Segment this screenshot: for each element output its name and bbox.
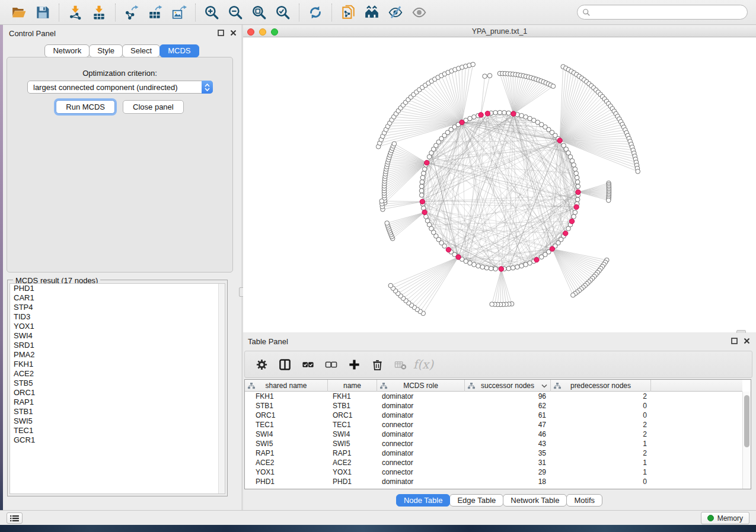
table-row[interactable]: TEC1TEC1connector472 [245, 420, 742, 430]
task-history-button[interactable] [7, 512, 23, 524]
toolbar-separator [299, 4, 299, 21]
memory-status-dot [707, 515, 714, 521]
result-node-item[interactable]: STB5 [10, 379, 225, 388]
close-panel-icon[interactable] [744, 338, 750, 344]
tab-select[interactable]: Select [122, 44, 160, 57]
table-cell: 31 [465, 458, 551, 467]
export-table-icon[interactable] [146, 4, 164, 21]
result-node-item[interactable]: SRD1 [10, 341, 225, 350]
result-node-item[interactable]: FKH1 [10, 360, 225, 369]
optimization-criterion-dropdown[interactable]: largest connected component (undirected) [27, 81, 213, 94]
table-cell: YOX1 [328, 467, 377, 477]
table-row[interactable]: RAP1RAP1dominator352 [245, 448, 742, 458]
float-panel-icon[interactable] [731, 338, 738, 344]
result-node-item[interactable]: STP4 [10, 303, 225, 312]
zoom-in-icon[interactable] [203, 4, 221, 21]
table-cell: RAP1 [245, 448, 328, 458]
hide-selected-icon[interactable] [387, 4, 404, 21]
result-node-item[interactable]: SWI5 [10, 416, 225, 426]
table-row[interactable]: SWI4SWI4dominator462 [245, 430, 742, 439]
result-node-item[interactable]: PHD1 [10, 284, 225, 293]
result-node-item[interactable]: CAR1 [10, 293, 225, 303]
memory-button[interactable]: Memory [701, 512, 749, 524]
result-list-scrollbar[interactable] [218, 284, 225, 493]
window-close-icon[interactable] [247, 28, 254, 36]
network-window-titlebar[interactable]: YPA_prune.txt_1 [243, 26, 756, 37]
table-panel: Table Panel [243, 333, 756, 510]
toolbar-separator [331, 4, 332, 21]
tab-edge-table[interactable]: Edge Table [449, 494, 503, 507]
table-cell: 1 [551, 467, 651, 477]
select-all-icon[interactable] [301, 357, 315, 371]
tab-network-table[interactable]: Network Table [503, 494, 567, 507]
delete-table-icon[interactable] [393, 357, 407, 371]
tab-style[interactable]: Style [89, 44, 123, 57]
close-panel-icon[interactable] [230, 30, 237, 36]
result-node-item[interactable]: TID3 [10, 312, 225, 322]
table-row[interactable]: STB1STB1dominator620 [245, 401, 742, 411]
zoom-fit-icon[interactable] [250, 4, 268, 21]
column-header-predecessor-nodes[interactable]: predecessor nodes [551, 380, 651, 392]
result-node-item[interactable]: ACE2 [10, 369, 225, 379]
toolbar-separator [115, 4, 116, 21]
result-node-item[interactable]: RAP1 [10, 398, 225, 407]
search-input[interactable] [591, 7, 747, 18]
import-table-icon[interactable] [90, 4, 108, 21]
table-row[interactable]: PHD1PHD1dominator180 [245, 477, 742, 486]
deselect-all-icon[interactable] [324, 357, 338, 371]
import-network-icon[interactable] [66, 4, 84, 21]
columns-icon[interactable] [277, 357, 292, 371]
table-scrollbar-thumb[interactable] [744, 395, 749, 447]
result-node-item[interactable]: TEC1 [10, 426, 225, 435]
table-cell: SWI5 [328, 439, 377, 448]
zoom-out-icon[interactable] [227, 4, 244, 21]
table-cell: dominator [377, 401, 465, 411]
float-panel-icon[interactable] [218, 30, 224, 36]
result-node-item[interactable]: YOX1 [10, 322, 225, 331]
add-column-icon[interactable] [347, 357, 361, 371]
tab-network[interactable]: Network [44, 44, 90, 57]
gear-icon[interactable] [254, 357, 269, 371]
table-row[interactable]: SWI5SWI5connector431 [245, 439, 742, 448]
open-folder-icon[interactable] [10, 4, 28, 21]
column-header-shared-name[interactable]: shared name [245, 380, 328, 392]
refresh-layout-icon[interactable] [307, 4, 324, 21]
function-builder-icon[interactable]: f(x) [416, 357, 430, 371]
zoom-selected-icon[interactable] [274, 4, 292, 21]
table-cell: 1 [551, 458, 651, 467]
result-node-item[interactable]: SWI4 [10, 331, 225, 341]
tab-node-table[interactable]: Node Table [396, 494, 451, 507]
tab-motifs[interactable]: Motifs [566, 494, 602, 507]
table-row[interactable]: FKH1FKH1dominator962 [245, 392, 742, 401]
show-all-icon[interactable] [410, 4, 428, 21]
table-row[interactable]: ORC1ORC1dominator610 [245, 411, 742, 420]
column-header-MCDS-role[interactable]: MCDS role [377, 380, 465, 392]
run-mcds-button[interactable]: Run MCDS [56, 100, 115, 114]
close-panel-button[interactable]: Close panel [123, 100, 184, 114]
column-header-successor-nodes[interactable]: successor nodes [465, 380, 551, 392]
table-row[interactable]: ACE2ACE2connector311 [245, 458, 742, 467]
delete-column-icon[interactable] [370, 357, 384, 371]
table-cell: 62 [465, 401, 551, 411]
result-node-item[interactable]: ORC1 [10, 388, 225, 398]
result-node-item[interactable]: STB1 [10, 407, 225, 416]
result-node-item[interactable]: PMA2 [10, 350, 225, 360]
table-row[interactable]: YOX1YOX1connector291 [245, 467, 742, 477]
network-canvas[interactable] [243, 37, 756, 332]
network-view-window: YPA_prune.txt_1 [243, 26, 756, 332]
network-document-icon[interactable] [339, 4, 357, 21]
window-minimize-icon[interactable] [259, 28, 266, 36]
table-scrollbar[interactable] [742, 392, 751, 489]
save-icon[interactable] [34, 4, 52, 21]
table-cell: FKH1 [328, 392, 377, 401]
tab-mcds[interactable]: MCDS [160, 44, 199, 57]
result-node-item[interactable]: GCR1 [10, 435, 225, 445]
window-zoom-icon[interactable] [271, 28, 278, 36]
export-network-icon[interactable] [123, 4, 141, 21]
optimization-criterion-label: Optimization criterion: [7, 69, 232, 78]
table-cell: 0 [551, 401, 651, 411]
column-header-name[interactable]: name [328, 380, 377, 392]
table-cell: 2 [551, 392, 651, 401]
first-neighbors-icon[interactable] [363, 4, 381, 21]
export-image-icon[interactable] [170, 4, 188, 21]
